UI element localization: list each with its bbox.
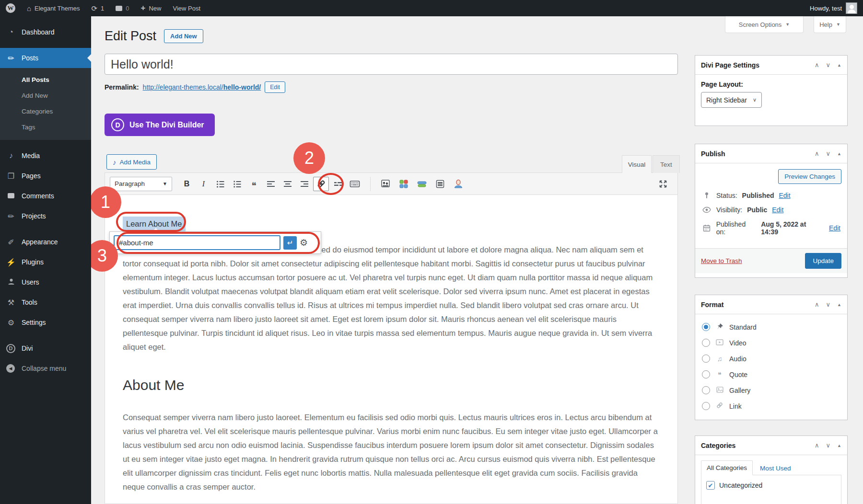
move-up-icon[interactable]: ∧ — [815, 301, 819, 308]
text-tab[interactable]: Text — [653, 155, 680, 173]
post-title-input[interactable] — [105, 54, 678, 75]
updates-menu[interactable]: ⟳ 1 — [86, 0, 110, 16]
move-to-trash-link[interactable]: Move to Trash — [701, 257, 742, 264]
uncategorized-checkbox[interactable]: ✔ — [706, 481, 715, 490]
divi-layouts-button[interactable] — [414, 177, 430, 191]
use-divi-builder-button[interactable]: D Use The Divi Builder — [105, 114, 215, 136]
italic-button[interactable]: I — [196, 177, 211, 191]
radio-video[interactable] — [702, 339, 710, 347]
sidebar-item-projects[interactable]: ✏ Projects — [0, 206, 91, 226]
fullscreen-icon — [658, 179, 668, 189]
radio-link[interactable] — [702, 402, 710, 410]
toggle-panel-icon[interactable]: ▲ — [837, 151, 841, 156]
read-more-button[interactable] — [330, 177, 346, 191]
bullet-list-button[interactable] — [212, 177, 228, 191]
radio-audio[interactable] — [702, 355, 710, 363]
publish-panel: Publish ∧ ∨ ▲ Preview Changes Status: Pu… — [695, 144, 848, 278]
move-down-icon[interactable]: ∨ — [826, 301, 831, 308]
sidebar-item-categories[interactable]: Categories — [0, 103, 91, 119]
collapse-icon: ◀ — [6, 364, 16, 373]
divi-author-button[interactable] — [450, 177, 466, 191]
radio-gallery[interactable] — [702, 386, 710, 394]
sidebar-item-media[interactable]: ♪ Media — [0, 146, 91, 166]
bold-button[interactable]: B — [179, 177, 195, 191]
toggle-panel-icon[interactable]: ▲ — [837, 302, 841, 307]
my-account-menu[interactable]: Howdy, test — [810, 2, 863, 14]
move-down-icon[interactable]: ∨ — [826, 442, 831, 449]
link-url-input[interactable] — [114, 235, 280, 250]
move-up-icon[interactable]: ∧ — [815, 61, 819, 69]
radio-quote[interactable] — [702, 370, 710, 378]
page-layout-select[interactable]: Right Sidebar ∨ — [701, 92, 762, 108]
move-up-icon[interactable]: ∧ — [815, 442, 819, 449]
align-right-button[interactable] — [296, 177, 312, 191]
divi-list-button[interactable] — [432, 177, 448, 191]
move-down-icon[interactable]: ∨ — [826, 61, 831, 69]
sidebar-item-posts[interactable]: ✏ Posts — [0, 48, 91, 68]
all-categories-tab[interactable]: All Categories — [701, 460, 753, 475]
move-up-icon[interactable]: ∧ — [815, 150, 819, 157]
edit-status-link[interactable]: Edit — [779, 192, 791, 199]
edit-visibility-link[interactable]: Edit — [772, 206, 783, 214]
add-media-button[interactable]: ♪ Add Media — [106, 154, 157, 170]
sidebar-item-add-new[interactable]: Add New — [0, 88, 91, 103]
sidebar-item-appearance[interactable]: ✐ Appearance — [0, 232, 91, 252]
screen-options-tab[interactable]: Screen Options ▼ — [725, 16, 804, 33]
gallery-icon — [715, 387, 724, 394]
view-post-link[interactable]: View Post — [167, 0, 207, 16]
format-option-label[interactable]: Video — [729, 339, 746, 347]
import-export-button[interactable] — [377, 177, 393, 191]
edit-published-link[interactable]: Edit — [829, 224, 840, 232]
sidebar-item-all-posts[interactable]: All Posts — [0, 72, 91, 88]
sidebar-item-dashboard[interactable]: ◔ Dashboard — [0, 22, 91, 42]
panel-header[interactable]: Publish ∧ ∨ ▲ — [695, 144, 847, 163]
help-tab[interactable]: Help ▼ — [814, 16, 846, 33]
move-down-icon[interactable]: ∨ — [826, 150, 831, 157]
visual-tab[interactable]: Visual — [622, 155, 652, 173]
sidebar-item-users[interactable]: Users — [0, 272, 91, 292]
apply-link-button[interactable]: ↵ — [283, 236, 297, 250]
preview-changes-button[interactable]: Preview Changes — [778, 169, 841, 184]
inline-link-popup: ↵ ⚙ — [109, 231, 321, 254]
sidebar-item-plugins[interactable]: ⚡ Plugins — [0, 252, 91, 272]
insert-link-button[interactable] — [313, 177, 329, 191]
toggle-panel-icon[interactable]: ▲ — [837, 443, 841, 448]
sidebar-item-collapse-menu[interactable]: ◀ Collapse menu — [0, 358, 91, 378]
sidebar-item-settings[interactable]: ⚙ Settings — [0, 312, 91, 332]
add-new-button[interactable]: Add New — [164, 29, 203, 43]
sidebar-item-pages[interactable]: ❐ Pages — [0, 166, 91, 186]
format-option-label[interactable]: Quote — [729, 371, 747, 378]
blockquote-button[interactable]: ❝ — [246, 177, 262, 191]
permalink-edit-button[interactable]: Edit — [265, 81, 285, 93]
site-menu[interactable]: ⌂ Elegant Themes — [21, 0, 86, 16]
sidebar-item-comments[interactable]: Comments — [0, 186, 91, 206]
category-label[interactable]: Uncategorized — [719, 481, 762, 489]
panel-header[interactable]: Divi Page Settings ∧ ∨ ▲ — [695, 56, 847, 75]
permalink-link[interactable]: http://elegant-themes.local/hello-world/ — [143, 83, 261, 91]
divi-modules-button[interactable] — [396, 177, 411, 191]
format-option-label[interactable]: Gallery — [729, 387, 750, 394]
toggle-panel-icon[interactable]: ▲ — [837, 63, 841, 68]
panel-header[interactable]: Format ∧ ∨ ▲ — [695, 295, 847, 314]
most-used-tab[interactable]: Most Used — [755, 461, 796, 475]
align-left-button[interactable] — [263, 177, 279, 191]
new-content-menu[interactable]: + New — [135, 0, 167, 16]
format-option-label[interactable]: Audio — [729, 355, 746, 363]
sidebar-item-tools[interactable]: ⚒ Tools — [0, 292, 91, 312]
wp-logo-menu[interactable]: W — [0, 0, 21, 16]
format-option-label[interactable]: Standard — [729, 323, 757, 331]
align-center-button[interactable] — [280, 177, 295, 191]
link-options-gear-icon[interactable]: ⚙ — [300, 238, 308, 247]
comments-menu[interactable]: 0 — [110, 0, 135, 16]
panel-header[interactable]: Categories ∧ ∨ ▲ — [695, 436, 847, 455]
media-icon: ♪ — [6, 151, 16, 160]
sidebar-item-divi[interactable]: D Divi — [0, 338, 91, 358]
fullscreen-button[interactable] — [655, 177, 671, 191]
paragraph-format-select[interactable]: Paragraph ▼ — [110, 177, 172, 191]
update-button[interactable]: Update — [805, 253, 841, 269]
toolbar-toggle-button[interactable] — [347, 177, 362, 191]
radio-standard[interactable] — [702, 323, 710, 331]
sidebar-item-tags[interactable]: Tags — [0, 119, 91, 135]
format-option-label[interactable]: Link — [729, 402, 742, 410]
numbered-list-button[interactable] — [229, 177, 245, 191]
